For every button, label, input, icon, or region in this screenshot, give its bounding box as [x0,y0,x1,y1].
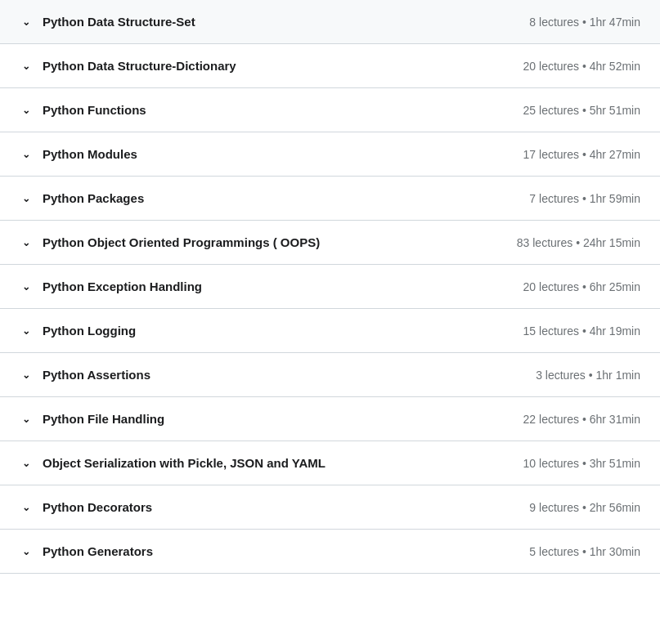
chevron-down-icon: ⌄ [20,149,33,160]
course-meta: 20 lectures • 4hr 52min [523,60,640,73]
course-item-left: ⌄ Python File Handling [20,412,164,426]
course-item-python-decorators[interactable]: ⌄ Python Decorators 9 lectures • 2hr 56m… [0,485,660,530]
course-title: Python Exception Handling [43,280,202,293]
course-title: Python Packages [43,191,144,205]
course-title: Python Modules [43,147,137,161]
course-title: Python Assertions [43,368,150,382]
course-meta: 25 lectures • 5hr 51min [523,104,640,117]
course-meta: 9 lectures • 2hr 56min [529,501,640,514]
course-item-left: ⌄ Python Functions [20,103,146,117]
course-item-left: ⌄ Python Modules [20,147,137,161]
course-item-python-assertions[interactable]: ⌄ Python Assertions 3 lectures • 1hr 1mi… [0,353,660,397]
course-item-left: ⌄ Python Exception Handling [20,280,202,293]
course-title: Python Logging [43,324,136,338]
course-item-left: ⌄ Object Serialization with Pickle, JSON… [20,456,326,470]
chevron-down-icon: ⌄ [20,105,33,116]
course-item-python-exception-handling[interactable]: ⌄ Python Exception Handling 20 lectures … [0,265,660,309]
course-list: ⌄ Python Data Structure-Set 8 lectures •… [0,0,660,574]
course-item-left: ⌄ Python Packages [20,191,144,205]
course-meta: 3 lectures • 1hr 1min [536,369,640,382]
course-item-left: ⌄ Python Data Structure-Dictionary [20,59,236,73]
course-item-python-functions[interactable]: ⌄ Python Functions 25 lectures • 5hr 51m… [0,88,660,132]
chevron-down-icon: ⌄ [20,325,33,337]
course-item-left: ⌄ Python Data Structure-Set [20,15,195,29]
course-title: Python Data Structure-Dictionary [43,59,236,73]
course-item-object-serialization[interactable]: ⌄ Object Serialization with Pickle, JSON… [0,441,660,485]
course-meta: 5 lectures • 1hr 30min [529,545,640,558]
course-item-python-modules[interactable]: ⌄ Python Modules 17 lectures • 4hr 27min [0,132,660,177]
course-title: Python Decorators [43,500,152,514]
chevron-down-icon: ⌄ [20,60,33,72]
course-title: Python Object Oriented Programmings ( OO… [43,235,320,249]
chevron-down-icon: ⌄ [20,16,33,28]
course-title: Python Functions [43,103,146,117]
course-meta: 20 lectures • 6hr 25min [523,280,640,293]
course-meta: 22 lectures • 6hr 31min [523,413,640,426]
course-title: Python Generators [43,544,153,558]
course-item-python-packages[interactable]: ⌄ Python Packages 7 lectures • 1hr 59min [0,177,660,221]
chevron-down-icon: ⌄ [20,546,33,557]
course-meta: 83 lectures • 24hr 15min [517,236,640,249]
course-item-left: ⌄ Python Logging [20,324,136,338]
course-item-python-logging[interactable]: ⌄ Python Logging 15 lectures • 4hr 19min [0,309,660,353]
course-title: Python File Handling [43,412,164,426]
course-meta: 7 lectures • 1hr 59min [529,192,640,205]
course-title: Python Data Structure-Set [43,15,195,29]
chevron-down-icon: ⌄ [20,281,33,293]
course-title: Object Serialization with Pickle, JSON a… [43,456,326,470]
course-item-python-object-oriented-programmings[interactable]: ⌄ Python Object Oriented Programmings ( … [0,221,660,265]
chevron-down-icon: ⌄ [20,458,33,469]
course-meta: 8 lectures • 1hr 47min [529,16,640,29]
course-item-left: ⌄ Python Object Oriented Programmings ( … [20,235,320,249]
course-item-python-file-handling[interactable]: ⌄ Python File Handling 22 lectures • 6hr… [0,397,660,441]
chevron-down-icon: ⌄ [20,414,33,425]
chevron-down-icon: ⌄ [20,193,33,204]
course-item-left: ⌄ Python Assertions [20,368,150,382]
course-meta: 15 lectures • 4hr 19min [523,324,640,338]
course-item-python-data-structure-dictionary[interactable]: ⌄ Python Data Structure-Dictionary 20 le… [0,44,660,88]
course-item-python-generators[interactable]: ⌄ Python Generators 5 lectures • 1hr 30m… [0,530,660,574]
course-meta: 10 lectures • 3hr 51min [523,457,640,470]
course-item-python-data-structure-set[interactable]: ⌄ Python Data Structure-Set 8 lectures •… [0,0,660,44]
chevron-down-icon: ⌄ [20,237,33,248]
course-item-left: ⌄ Python Decorators [20,500,152,514]
chevron-down-icon: ⌄ [20,369,33,381]
course-meta: 17 lectures • 4hr 27min [523,148,640,161]
chevron-down-icon: ⌄ [20,502,33,513]
course-item-left: ⌄ Python Generators [20,544,153,558]
